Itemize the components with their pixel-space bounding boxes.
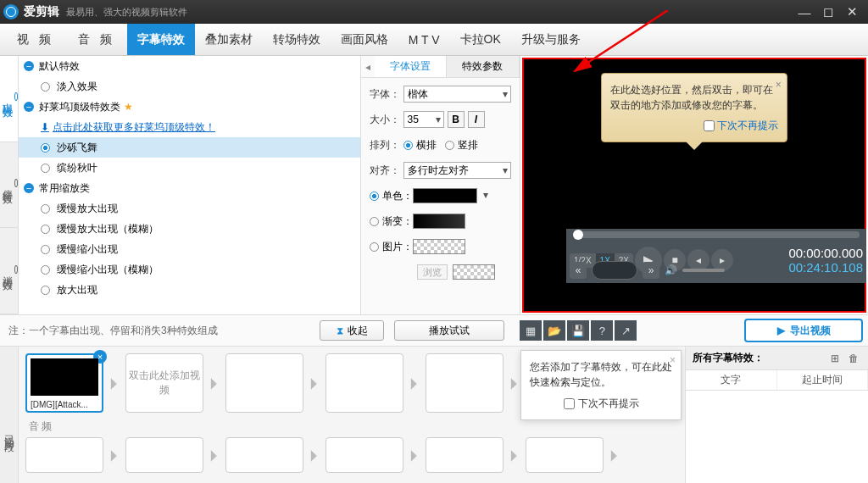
jog-wheel[interactable] <box>592 261 637 280</box>
effect-list[interactable]: −默认特效 淡入效果 −好莱坞顶级特效类★ ⬇点击此处获取更多好莱坞顶级特效！ … <box>19 56 361 314</box>
tab-audio[interactable]: 音 频 <box>66 24 127 55</box>
share-icon[interactable]: ↗ <box>615 320 637 341</box>
cat-appear[interactable]: 出现特效 <box>0 56 18 142</box>
next-button[interactable]: » <box>643 262 659 279</box>
tooltip-dont-show[interactable]: 下次不再提示 <box>610 118 778 133</box>
italic-button[interactable]: I <box>468 111 485 128</box>
size-select[interactable]: 35 <box>403 111 444 128</box>
settings-icon[interactable]: ⊞ <box>827 351 843 366</box>
tab-video[interactable]: 视 频 <box>5 24 66 55</box>
properties-panel: ◂ 字体设置 特效参数 字体：楷体 大小：35BI 排列：横排竖排 对齐：多行时… <box>361 56 520 314</box>
audio-slot[interactable] <box>25 437 103 473</box>
effect-category-sidebar: 出现特效 停留特效 消失特效 <box>0 56 19 314</box>
browse-button[interactable]: 浏览 <box>417 264 448 280</box>
tooltip-close-icon[interactable]: × <box>670 354 676 366</box>
color-swatch[interactable] <box>413 188 477 203</box>
audio-slot[interactable] <box>125 437 203 473</box>
picture-swatch <box>413 239 465 254</box>
radio-gradient[interactable] <box>370 217 379 226</box>
fx-group-hollywood[interactable]: −好莱坞顶级特效类★ <box>19 97 360 117</box>
tab-karaoke[interactable]: 卡拉OK <box>450 24 511 55</box>
collapse-icon: − <box>24 183 34 193</box>
empty-clip-slot[interactable] <box>225 353 303 413</box>
cat-stay[interactable]: 停留特效 <box>0 142 18 229</box>
align-select[interactable]: 多行时左对齐 <box>403 162 511 179</box>
timeline-area: × [DMG][Attack... ⏵ 双击此处添加视频 ⏵ ⏵ ⏵ ⏵ 音 频… <box>19 347 685 483</box>
audio-slot[interactable] <box>526 437 604 473</box>
audio-slot[interactable] <box>326 437 403 473</box>
add-video-slot[interactable]: 双击此处添加视频 <box>125 353 203 413</box>
added-clips-label: 已添加片段 <box>0 347 19 483</box>
video-clip-1[interactable]: × [DMG][Attack... <box>25 353 103 413</box>
audio-track-label: 音 频 <box>29 419 678 434</box>
new-icon[interactable]: ▦ <box>520 320 542 341</box>
tab-style[interactable]: 画面风格 <box>331 24 398 55</box>
app-subtitle: 最易用、强大的视频剪辑软件 <box>66 6 187 19</box>
fx-zoom-in-blur[interactable]: 缓慢放大出现（模糊） <box>19 219 360 239</box>
volume-icon[interactable]: 🔊 <box>665 264 677 276</box>
open-icon[interactable]: 📂 <box>543 320 565 341</box>
fx-autumn-leaves[interactable]: 缤纷秋叶 <box>19 158 360 178</box>
player-controls: 1/2X 1X 2X ▶ ■ ◂ ▸ 00:00:00.000 00:24:10… <box>566 229 866 283</box>
fx-group-zoom[interactable]: −常用缩放类 <box>19 178 360 198</box>
minimize-button[interactable]: — <box>798 6 810 18</box>
tooltip-close-icon[interactable]: × <box>776 77 782 92</box>
radio-vertical[interactable] <box>445 141 454 150</box>
collapse-icon: − <box>24 102 34 112</box>
fx-zoom-in[interactable]: 缓慢放大出现 <box>19 198 360 219</box>
empty-clip-slot[interactable] <box>326 353 403 413</box>
cat-disappear[interactable]: 消失特效 <box>0 228 18 314</box>
volume-slider[interactable] <box>682 269 725 272</box>
tab-font-settings[interactable]: 字体设置 <box>375 56 448 77</box>
mid-toolbar: 注：一个字幕由出现、停留和消失3种特效组成 ⧗收起 播放试试 ▦ 📂 💾 ? ↗… <box>0 314 868 347</box>
tab-mtv[interactable]: M T V <box>398 24 450 55</box>
help-icon[interactable]: ? <box>591 320 613 341</box>
hourglass-icon: ⧗ <box>337 325 343 336</box>
audio-slot[interactable] <box>225 437 303 473</box>
tab-overlay[interactable]: 叠加素材 <box>195 24 263 55</box>
arrow-icon: ⏵ <box>107 447 122 464</box>
delete-icon[interactable]: 🗑 <box>846 351 861 366</box>
fx-zoom-out[interactable]: 缓慢缩小出现 <box>19 239 360 259</box>
fx-fade-in[interactable]: 淡入效果 <box>19 76 360 97</box>
arrow-icon: ⏵ <box>507 447 522 464</box>
audio-track: ⏵ ⏵ ⏵ ⏵ ⏵ ⏵ <box>25 437 678 473</box>
font-select[interactable]: 楷体 <box>403 86 511 103</box>
empty-clip-slot[interactable] <box>426 353 504 413</box>
play-test-button[interactable]: 播放试试 <box>394 320 504 341</box>
fx-group-default[interactable]: −默认特效 <box>19 56 360 76</box>
prev-button[interactable]: « <box>570 262 587 279</box>
radio-picture[interactable] <box>370 242 379 252</box>
fx-zoom-out-blur[interactable]: 缓慢缩小出现（模糊） <box>19 259 360 280</box>
arrow-icon: ⏵ <box>607 447 622 464</box>
audio-slot[interactable] <box>426 437 504 473</box>
arrow-icon: ⏵ <box>207 375 222 392</box>
prev-tab-icon[interactable]: ◂ <box>361 56 375 77</box>
radio-solid-color[interactable] <box>370 192 379 201</box>
note-text: 注：一个字幕由出现、停留和消失3种特效组成 <box>0 324 218 338</box>
tab-transition[interactable]: 转场特效 <box>263 24 331 55</box>
radio-horizontal[interactable] <box>403 141 413 150</box>
bold-button[interactable]: B <box>448 111 465 128</box>
export-button[interactable]: ▶导出视频 <box>744 319 863 342</box>
gradient-swatch[interactable] <box>413 214 465 229</box>
seek-bar[interactable] <box>573 231 860 238</box>
fx-enlarge[interactable]: 放大出现 <box>19 280 360 300</box>
close-button[interactable]: ✕ <box>846 6 858 18</box>
main-tab-bar: 视 频 音 频 字幕特效 叠加素材 转场特效 画面风格 M T V 卡拉OK 升… <box>0 24 868 56</box>
save-icon[interactable]: 💾 <box>567 320 589 341</box>
tab-upgrade[interactable]: 升级与服务 <box>511 24 591 55</box>
collapse-icon: − <box>24 61 34 71</box>
col-text: 文字 <box>686 370 777 390</box>
tooltip-dont-show[interactable]: 下次不再提示 <box>530 397 672 411</box>
arrow-icon: ⏵ <box>407 447 422 464</box>
maximize-button[interactable]: ◻ <box>822 6 834 18</box>
fx-sand-fly[interactable]: 沙砾飞舞 <box>19 137 360 158</box>
fx-get-more-link[interactable]: ⬇点击此处获取更多好莱坞顶级特效！ <box>19 117 360 137</box>
timecode: 00:00:00.000 00:24:10.108 <box>788 246 863 275</box>
download-icon: ⬇ <box>41 121 49 133</box>
align-label: 对齐： <box>370 164 403 178</box>
tab-fx-params[interactable]: 特效参数 <box>447 56 520 77</box>
tab-subtitle-fx[interactable]: 字幕特效 <box>127 24 195 55</box>
collapse-button[interactable]: ⧗收起 <box>320 320 384 341</box>
